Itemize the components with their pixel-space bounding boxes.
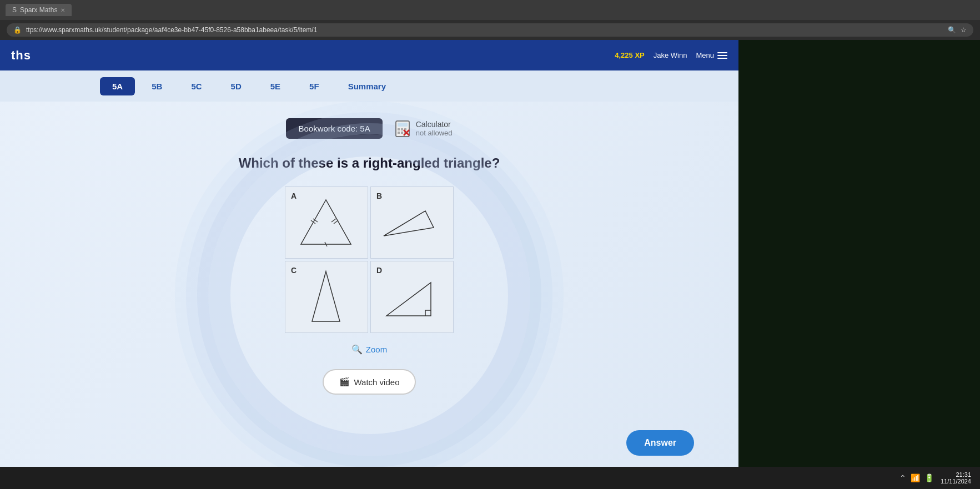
address-bar-row: 🔒 ttps://www.sparxmaths.uk/student/packa… bbox=[0, 20, 980, 40]
tab-5c[interactable]: 5C bbox=[179, 77, 214, 95]
svg-rect-5 bbox=[398, 132, 400, 134]
browser-tab[interactable]: S Sparx Maths ✕ bbox=[6, 4, 72, 16]
answer-b[interactable]: B bbox=[370, 186, 454, 259]
calculator-sublabel: not allowed bbox=[416, 129, 453, 137]
browser-bar: S Sparx Maths ✕ bbox=[0, 0, 980, 20]
answer-b-label: B bbox=[376, 191, 382, 200]
triangle-c-svg bbox=[290, 266, 362, 327]
right-panel bbox=[738, 40, 980, 489]
calculator-icon bbox=[394, 120, 411, 138]
svg-marker-18 bbox=[386, 283, 431, 316]
watch-video-label: Watch video bbox=[354, 377, 400, 387]
watch-video-button[interactable]: 🎬 Watch video bbox=[323, 369, 416, 395]
header-right: 4,225 XP Jake Winn Menu bbox=[615, 51, 727, 59]
answer-grid: A B bbox=[285, 186, 454, 333]
lock-icon: 🔒 bbox=[13, 26, 22, 34]
hamburger-icon bbox=[717, 52, 727, 59]
svg-rect-6 bbox=[401, 132, 403, 134]
triangle-d-svg bbox=[375, 266, 448, 327]
answer-c[interactable]: C bbox=[285, 261, 368, 333]
tab-5f[interactable]: 5F bbox=[297, 77, 331, 95]
svg-rect-1 bbox=[398, 123, 408, 127]
menu-label: Menu bbox=[696, 51, 714, 59]
url-text: ttps://www.sparxmaths.uk/student/package… bbox=[26, 26, 317, 34]
answer-c-label: C bbox=[291, 266, 296, 275]
main-content: Bookwork code: 5A bbox=[0, 102, 738, 489]
system-tray-icon: ⌃ bbox=[899, 473, 906, 482]
answer-a-label: A bbox=[291, 191, 296, 200]
calculator-label: Calculator bbox=[416, 120, 453, 129]
answer-d-label: D bbox=[376, 266, 382, 275]
svg-line-14 bbox=[331, 219, 336, 222]
username: Jake Winn bbox=[654, 51, 687, 59]
xp-badge: 4,225 XP bbox=[615, 51, 645, 59]
taskbar-date-display: 11/11/2024 bbox=[941, 478, 971, 485]
triangle-a-svg bbox=[290, 191, 362, 253]
tab-5e[interactable]: 5E bbox=[258, 77, 293, 95]
taskbar-time-display: 21:31 bbox=[941, 471, 971, 478]
wifi-icon: 📶 bbox=[911, 473, 920, 482]
tab-close-button[interactable]: ✕ bbox=[61, 7, 65, 13]
triangle-b-svg bbox=[375, 191, 448, 253]
bookwork-badge: Bookwork code: 5A bbox=[286, 118, 382, 139]
calculator-info: Calculator not allowed bbox=[394, 120, 453, 138]
svg-line-13 bbox=[334, 220, 338, 224]
menu-button[interactable]: Menu bbox=[696, 51, 727, 59]
answer-a[interactable]: A bbox=[285, 186, 368, 259]
svg-rect-2 bbox=[398, 128, 400, 130]
bookmark-icon: ☆ bbox=[961, 26, 967, 34]
answer-button[interactable]: Answer bbox=[626, 430, 694, 456]
taskbar-icons: ⌃ 📶 🔋 bbox=[899, 473, 934, 482]
tab-5a[interactable]: 5A bbox=[100, 77, 135, 95]
zoom-label: Zoom bbox=[366, 345, 387, 354]
zoom-row[interactable]: 🔍 Zoom bbox=[351, 344, 387, 355]
question-text: Which of these is a right-angled triangl… bbox=[239, 155, 500, 171]
tab-5b[interactable]: 5B bbox=[139, 77, 174, 95]
zoom-icon: 🔍 bbox=[351, 344, 363, 355]
svg-marker-17 bbox=[312, 271, 340, 321]
search-icon: 🔍 bbox=[948, 26, 956, 34]
sparx-app: ths 4,225 XP Jake Winn Menu 5A 5B 5C 5D … bbox=[0, 40, 738, 489]
answer-d[interactable]: D bbox=[370, 261, 454, 333]
battery-icon: 🔋 bbox=[924, 473, 934, 482]
taskbar-clock: 21:31 11/11/2024 bbox=[941, 471, 971, 485]
video-icon: 🎬 bbox=[339, 377, 350, 387]
tab-5d[interactable]: 5D bbox=[219, 77, 254, 95]
tab-summary[interactable]: Summary bbox=[336, 77, 398, 95]
tab-favicon: S bbox=[12, 6, 17, 14]
app-logo: ths bbox=[11, 48, 31, 63]
svg-rect-3 bbox=[401, 128, 403, 130]
address-bar[interactable]: 🔒 ttps://www.sparxmaths.uk/student/packa… bbox=[7, 23, 973, 37]
svg-marker-10 bbox=[301, 200, 351, 244]
tab-title: Sparx Maths bbox=[20, 6, 57, 14]
svg-marker-16 bbox=[384, 211, 434, 236]
bookwork-row: Bookwork code: 5A bbox=[286, 118, 452, 139]
tab-navigation: 5A 5B 5C 5D 5E 5F Summary bbox=[0, 70, 738, 102]
calculator-text: Calculator not allowed bbox=[416, 120, 453, 137]
app-header: ths 4,225 XP Jake Winn Menu bbox=[0, 40, 738, 70]
taskbar: ⌃ 📶 🔋 21:31 11/11/2024 bbox=[0, 467, 980, 489]
